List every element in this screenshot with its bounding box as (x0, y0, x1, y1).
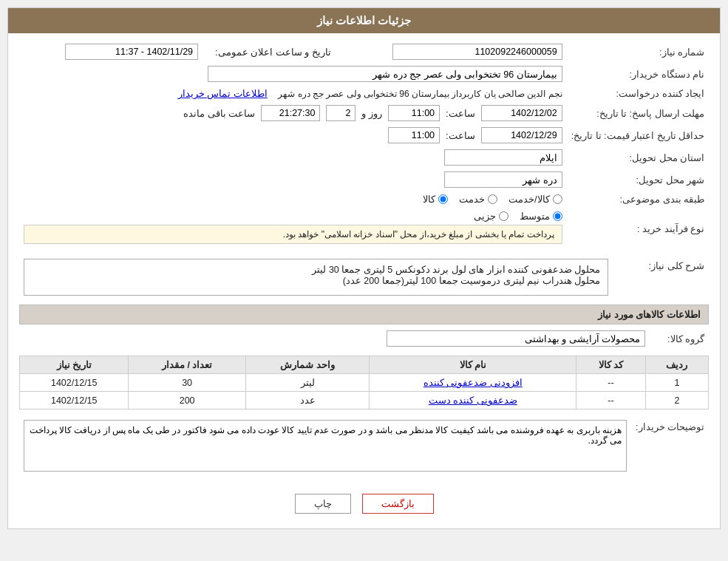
tozihat-table: توضیحات خریدار: (19, 417, 709, 477)
tabaqe-khadamat-radio[interactable] (488, 194, 497, 204)
ostan-label: استان محل تحویل: (567, 146, 709, 169)
tozihat-textarea[interactable] (24, 420, 627, 472)
shomare-niaz-value (336, 41, 567, 63)
hadaqal-saat-label: ساعت: (446, 130, 475, 141)
hadaqal-saat-input[interactable] (388, 127, 440, 143)
table-row: 2 -- ضدعفونی کننده دست عدد 200 1402/12/1… (20, 392, 709, 409)
process-note-text: پرداخت تمام یا بخشی از مبلغ خرید،از محل … (283, 229, 554, 239)
tozihat-value (19, 417, 631, 477)
items-table-header-row: ردیف کد کالا نام کالا واحد شمارش تعداد /… (20, 356, 709, 374)
noe-jozi-radio[interactable] (499, 211, 508, 221)
col-tarikh-niaz: تاریخ نیاز (20, 356, 129, 374)
noe-jozi-label: جزیی (474, 211, 496, 222)
shomare-niaz-label: شماره نیاز: (567, 41, 709, 63)
process-note: پرداخت تمام یا بخشی از مبلغ خرید،از محل … (24, 225, 562, 244)
mohlat-rooz-label: روز و (361, 108, 382, 119)
row-ostan: استان محل تحویل: (19, 146, 709, 169)
ostan-input[interactable] (444, 149, 562, 166)
bazgasht-button[interactable]: بازگشت (362, 494, 434, 514)
nam-dastgah-input[interactable] (208, 66, 562, 82)
cell-tedad: 30 (129, 374, 245, 392)
cell-radif: 2 (645, 392, 708, 409)
page-header: جزئیات اطلاعات نیاز (8, 8, 720, 33)
group-kala-label: گروه کالا: (650, 327, 709, 350)
items-table-body: 1 -- افزودنی ضدعفونی کننده لیتر 30 1402/… (20, 374, 709, 409)
mohlat-saat-input[interactable] (388, 105, 440, 121)
mohlat-value: ساعت: روز و ساعت باقی مانده (19, 102, 567, 124)
noe-motavasset-radio[interactable] (553, 211, 562, 221)
mohlat-date-input[interactable] (481, 105, 562, 121)
shahr-input[interactable] (444, 171, 562, 188)
mohlat-label: مهلت ارسال پاسخ: تا تاریخ: (567, 102, 709, 124)
etelaat-tamas-link[interactable]: اطلاعات تماس خریدار (178, 88, 268, 99)
tozihat-label: توضیحات خریدار: (631, 417, 709, 477)
row-shomare-niaz: شماره نیاز: تاریخ و ساعت اعلان عمومی: (19, 41, 709, 63)
row-ijad-konande: ایجاد کننده درخواست: نجم الدین صالحی یان… (19, 85, 709, 102)
etelaat-kala-title: اطلاعات کالاهای مورد نیاز (19, 305, 709, 324)
tabaqe-kalaKhadamat-option[interactable]: کالا/خدمت (508, 194, 562, 205)
group-kala-input[interactable] (387, 330, 645, 347)
content-area: شماره نیاز: تاریخ و ساعت اعلان عمومی: (8, 33, 720, 528)
nam-dastgah-label: نام دستگاه خریدار: (567, 63, 709, 85)
bottom-buttons: بازگشت چاپ (19, 483, 709, 521)
noe-jozi-option[interactable]: جزیی (474, 211, 508, 222)
hadaqal-date-input[interactable] (481, 127, 562, 143)
row-mohlat: مهلت ارسال پاسخ: تا تاریخ: ساعت: روز و س… (19, 102, 709, 124)
tabaqe-kala-radio[interactable] (438, 194, 448, 204)
row-group-kala: گروه کالا: (19, 327, 709, 350)
cell-radif: 1 (645, 374, 708, 392)
row-sharh-koli: شرح کلی نیاز: محلول ضدعفونی کننده ابزار … (19, 256, 709, 299)
chap-button[interactable]: چاپ (295, 494, 351, 514)
mohlat-baqi-input[interactable] (261, 105, 320, 121)
sharh-koli-table: شرح کلی نیاز: محلول ضدعفونی کننده ابزار … (19, 256, 709, 299)
items-table-head: ردیف کد کالا نام کالا واحد شمارش تعداد /… (20, 356, 709, 374)
tabaqe-khadamat-option[interactable]: خدمت (459, 194, 497, 205)
tabaqe-kalaKhadamat-radio[interactable] (553, 194, 562, 204)
hadaqal-value: ساعت: (19, 124, 567, 146)
tabaqe-kala-option[interactable]: کالا (423, 194, 448, 205)
group-kala-value (19, 327, 650, 350)
row-tabaqe: طبقه بندی موضوعی: کالا/خدمت خدمت (19, 191, 709, 208)
main-container: جزئیات اطلاعات نیاز شماره نیاز: تاریخ و … (7, 7, 721, 529)
noe-farayand-value: متوسط جزیی پرداخت تمام یا بخشی از مبلغ خ… (19, 208, 567, 250)
hadaqal-label: حداقل تاریخ اعتبار قیمت: تا تاریخ: (567, 124, 709, 146)
sharh-koli-label: شرح کلی نیاز: (613, 256, 709, 299)
col-nam-kala: نام کالا (370, 356, 576, 374)
items-table: ردیف کد کالا نام کالا واحد شمارش تعداد /… (19, 356, 709, 409)
cell-vahed: لیتر (245, 374, 370, 392)
tabaqe-kalaKhadamat-label: کالا/خدمت (508, 194, 550, 205)
cell-kod-kala: -- (576, 392, 646, 409)
mohlat-rooz-input[interactable] (326, 105, 356, 121)
row-noe-farayand: نوع فرآیند خرید : متوسط (19, 208, 709, 250)
col-vahed: واحد شمارش (245, 356, 370, 374)
noe-motavasset-label: متوسط (520, 211, 550, 222)
tarikh-label: تاریخ و ساعت اعلان عمومی: (203, 41, 336, 63)
shahr-label: شهر محل تحویل: (567, 169, 709, 191)
col-radif: ردیف (645, 356, 708, 374)
cell-tarikh: 1402/12/15 (20, 392, 129, 409)
tabaqe-label: طبقه بندی موضوعی: (567, 191, 709, 208)
mohlat-baqi-label: ساعت باقی مانده (183, 108, 255, 119)
row-tozihat: توضیحات خریدار: (19, 417, 709, 477)
cell-nam-kala[interactable]: ضدعفونی کننده دست (370, 392, 576, 409)
row-shahr: شهر محل تحویل: (19, 169, 709, 191)
sharh-koli-text: محلول ضدعفونی کننده ابزار های لول برند د… (312, 265, 600, 286)
tarikh-value (19, 41, 203, 63)
cell-vahed: عدد (245, 392, 370, 409)
cell-tedad: 200 (129, 392, 245, 409)
col-tedad: تعداد / مقدار (129, 356, 245, 374)
noe-motavasset-option[interactable]: متوسط (520, 211, 562, 222)
shomare-niaz-input[interactable] (392, 44, 562, 60)
noe-farayand-label: نوع فرآیند خرید : (567, 208, 709, 250)
ijad-konande-value: نجم الدین صالحی یان کاربرداز بیمارستان 9… (19, 85, 567, 102)
mohlat-saat-label: ساعت: (446, 108, 475, 119)
tarikh-input[interactable] (65, 44, 198, 60)
ijad-konande-text: نجم الدین صالحی یان کاربرداز بیمارستان 9… (278, 89, 562, 99)
tabaqe-khadamat-label: خدمت (459, 194, 485, 205)
cell-nam-kala[interactable]: افزودنی ضدعفونی کننده (370, 374, 576, 392)
group-kala-table: گروه کالا: (19, 327, 709, 350)
row-hadaqal: حداقل تاریخ اعتبار قیمت: تا تاریخ: ساعت: (19, 124, 709, 146)
sharh-koli-box: محلول ضدعفونی کننده ابزار های لول برند د… (24, 259, 608, 296)
tabaqe-value: کالا/خدمت خدمت کالا (19, 191, 567, 208)
ijad-konande-label: ایجاد کننده درخواست: (567, 85, 709, 102)
